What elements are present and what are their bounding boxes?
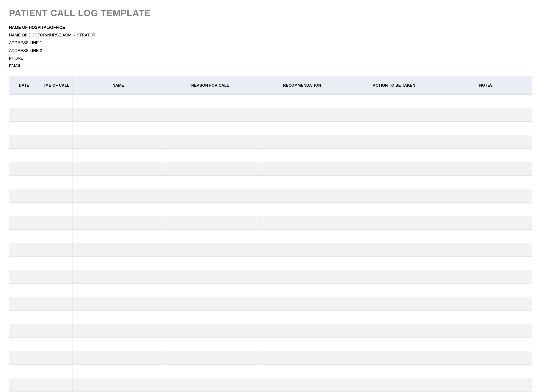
table-cell[interactable] xyxy=(39,189,72,203)
table-cell[interactable] xyxy=(348,95,440,108)
table-cell[interactable] xyxy=(9,95,39,108)
table-cell[interactable] xyxy=(72,176,164,189)
table-cell[interactable] xyxy=(72,311,164,324)
table-cell[interactable] xyxy=(440,243,532,257)
table-cell[interactable] xyxy=(440,122,532,135)
table-cell[interactable] xyxy=(39,365,72,378)
table-cell[interactable] xyxy=(164,149,256,162)
table-cell[interactable] xyxy=(72,351,164,365)
table-cell[interactable] xyxy=(348,162,440,176)
table-cell[interactable] xyxy=(9,243,39,257)
table-cell[interactable] xyxy=(39,243,72,257)
table-cell[interactable] xyxy=(256,230,348,243)
table-cell[interactable] xyxy=(348,297,440,311)
table-cell[interactable] xyxy=(39,230,72,243)
table-cell[interactable] xyxy=(9,230,39,243)
table-cell[interactable] xyxy=(39,95,72,108)
table-cell[interactable] xyxy=(440,108,532,122)
table-cell[interactable] xyxy=(348,122,440,135)
table-cell[interactable] xyxy=(39,311,72,324)
table-cell[interactable] xyxy=(39,176,72,189)
table-cell[interactable] xyxy=(348,351,440,365)
table-cell[interactable] xyxy=(39,122,72,135)
table-cell[interactable] xyxy=(348,176,440,189)
table-cell[interactable] xyxy=(72,324,164,338)
table-cell[interactable] xyxy=(39,216,72,230)
table-cell[interactable] xyxy=(256,284,348,297)
table-cell[interactable] xyxy=(164,216,256,230)
table-cell[interactable] xyxy=(39,149,72,162)
table-cell[interactable] xyxy=(440,365,532,378)
table-cell[interactable] xyxy=(256,95,348,108)
table-cell[interactable] xyxy=(348,365,440,378)
table-cell[interactable] xyxy=(440,162,532,176)
table-cell[interactable] xyxy=(164,365,256,378)
table-cell[interactable] xyxy=(256,270,348,284)
table-cell[interactable] xyxy=(164,378,256,392)
table-cell[interactable] xyxy=(256,203,348,216)
table-cell[interactable] xyxy=(440,257,532,270)
table-cell[interactable] xyxy=(39,378,72,392)
table-cell[interactable] xyxy=(164,122,256,135)
table-cell[interactable] xyxy=(164,338,256,351)
table-cell[interactable] xyxy=(72,135,164,149)
table-cell[interactable] xyxy=(9,176,39,189)
table-cell[interactable] xyxy=(348,311,440,324)
table-cell[interactable] xyxy=(440,338,532,351)
table-cell[interactable] xyxy=(72,230,164,243)
table-cell[interactable] xyxy=(348,216,440,230)
table-cell[interactable] xyxy=(440,189,532,203)
table-cell[interactable] xyxy=(9,311,39,324)
table-cell[interactable] xyxy=(164,284,256,297)
table-cell[interactable] xyxy=(9,351,39,365)
table-cell[interactable] xyxy=(256,162,348,176)
table-cell[interactable] xyxy=(72,270,164,284)
table-cell[interactable] xyxy=(9,297,39,311)
table-cell[interactable] xyxy=(9,257,39,270)
table-cell[interactable] xyxy=(348,378,440,392)
table-cell[interactable] xyxy=(164,311,256,324)
table-cell[interactable] xyxy=(256,365,348,378)
table-cell[interactable] xyxy=(72,108,164,122)
table-cell[interactable] xyxy=(348,257,440,270)
table-cell[interactable] xyxy=(164,135,256,149)
table-cell[interactable] xyxy=(9,324,39,338)
table-cell[interactable] xyxy=(256,189,348,203)
table-cell[interactable] xyxy=(72,378,164,392)
table-cell[interactable] xyxy=(440,284,532,297)
table-cell[interactable] xyxy=(72,284,164,297)
table-cell[interactable] xyxy=(348,189,440,203)
table-cell[interactable] xyxy=(9,270,39,284)
table-cell[interactable] xyxy=(164,203,256,216)
table-cell[interactable] xyxy=(9,203,39,216)
table-cell[interactable] xyxy=(440,135,532,149)
table-cell[interactable] xyxy=(72,297,164,311)
table-cell[interactable] xyxy=(348,149,440,162)
table-cell[interactable] xyxy=(9,162,39,176)
table-cell[interactable] xyxy=(256,149,348,162)
table-cell[interactable] xyxy=(9,122,39,135)
table-cell[interactable] xyxy=(440,230,532,243)
table-cell[interactable] xyxy=(440,378,532,392)
table-cell[interactable] xyxy=(39,257,72,270)
table-cell[interactable] xyxy=(9,284,39,297)
table-cell[interactable] xyxy=(72,338,164,351)
table-cell[interactable] xyxy=(348,135,440,149)
table-cell[interactable] xyxy=(72,243,164,257)
table-cell[interactable] xyxy=(72,149,164,162)
table-cell[interactable] xyxy=(348,324,440,338)
table-cell[interactable] xyxy=(348,270,440,284)
table-cell[interactable] xyxy=(440,203,532,216)
table-cell[interactable] xyxy=(72,95,164,108)
table-cell[interactable] xyxy=(440,95,532,108)
table-cell[interactable] xyxy=(39,270,72,284)
table-cell[interactable] xyxy=(39,162,72,176)
table-cell[interactable] xyxy=(440,297,532,311)
table-cell[interactable] xyxy=(440,149,532,162)
table-cell[interactable] xyxy=(39,108,72,122)
table-cell[interactable] xyxy=(256,297,348,311)
table-cell[interactable] xyxy=(256,311,348,324)
table-cell[interactable] xyxy=(164,176,256,189)
table-cell[interactable] xyxy=(440,351,532,365)
table-cell[interactable] xyxy=(256,176,348,189)
